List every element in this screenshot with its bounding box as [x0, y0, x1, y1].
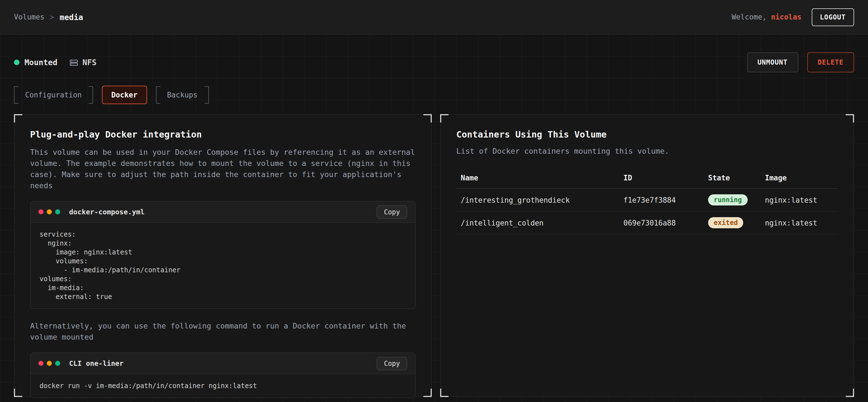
containers-table-header: Name ID State Image: [456, 169, 838, 189]
breadcrumb-current-volume: media: [60, 12, 83, 22]
container-name: /intelligent_colden: [461, 219, 623, 227]
app-viewport: Volumes > media Welcome, nicolas LOGOUT …: [0, 0, 868, 402]
container-state: exited: [708, 217, 765, 228]
column-header-image: Image: [765, 174, 838, 182]
status-badge: exited: [708, 217, 743, 228]
cli-filename: CLI one-liner: [69, 359, 124, 367]
table-row: /intelligent_colden 069e73016a88 exited …: [456, 211, 838, 234]
containers-table: Name ID State Image /interesting_grothen…: [456, 169, 838, 234]
cli-copy-button[interactable]: Copy: [377, 357, 407, 370]
breadcrumb-volumes-link[interactable]: Volumes: [14, 13, 44, 21]
window-dot-green-icon: [55, 361, 60, 366]
main-content: Mounted NFS UNMOUNT DELET: [0, 35, 868, 402]
panel-corner: [846, 114, 854, 123]
cli-code-header: CLI one-liner Copy: [31, 353, 415, 374]
logout-button[interactable]: LOGOUT: [811, 8, 854, 26]
window-dots-icon: [38, 361, 60, 366]
column-header-name: Name: [461, 174, 623, 182]
docker-panel-title: Plug-and-play Docker integration: [30, 129, 415, 140]
unmount-button[interactable]: UNMOUNT: [747, 52, 798, 72]
delete-button[interactable]: DELETE: [807, 52, 854, 72]
window-dots-icon: [38, 209, 60, 214]
topbar: Volumes > media Welcome, nicolas LOGOUT: [0, 0, 868, 35]
compose-code-block: docker-compose.yml Copy services: nginx:…: [30, 201, 415, 309]
cli-code: docker run -v im-media:/path/in/containe…: [39, 381, 406, 390]
status-badge: running: [708, 194, 747, 205]
container-id: 069e73016a88: [623, 219, 708, 227]
column-header-id: ID: [623, 174, 708, 182]
container-image: nginx:latest: [765, 196, 838, 204]
nfs-icon: [70, 58, 78, 67]
compose-code-body: services: nginx: image: nginx:latest vol…: [31, 223, 415, 308]
tab-docker[interactable]: Docker: [102, 86, 147, 104]
container-image: nginx:latest: [765, 219, 838, 227]
panel-corner: [14, 389, 22, 397]
docker-integration-panel: Plug-and-play Docker integration This vo…: [14, 114, 432, 397]
mounted-status: Mounted: [14, 58, 57, 67]
window-dot-green-icon: [55, 209, 60, 214]
tab-backups[interactable]: Backups: [156, 86, 209, 104]
mounted-status-dot-icon: [14, 60, 20, 65]
tab-configuration[interactable]: Configuration: [14, 86, 93, 104]
compose-code: services: nginx: image: nginx:latest vol…: [39, 230, 406, 301]
nfs-label: NFS: [83, 58, 97, 67]
volume-status: Mounted NFS: [14, 58, 97, 67]
panel-corner: [424, 389, 432, 397]
nfs-type: NFS: [70, 58, 97, 67]
container-name: /interesting_grothendieck: [461, 196, 623, 204]
cli-code-block: CLI one-liner Copy docker run -v im-medi…: [30, 353, 415, 398]
window-dot-yellow-icon: [47, 361, 52, 366]
container-state: running: [708, 194, 765, 205]
docker-panel-description: This volume can be used in your Docker C…: [30, 146, 415, 191]
containers-panel-subtitle: List of Docker containers mounting this …: [456, 146, 838, 155]
column-header-state: State: [708, 174, 765, 182]
compose-code-header: docker-compose.yml Copy: [31, 202, 415, 223]
window-dot-yellow-icon: [47, 209, 52, 214]
tab-bar: Configuration Docker Backups: [14, 86, 854, 104]
volume-actions: UNMOUNT DELETE: [747, 52, 854, 72]
container-id: f1e73e7f3884: [623, 196, 708, 204]
status-row: Mounted NFS UNMOUNT DELET: [14, 35, 854, 72]
table-row: /interesting_grothendieck f1e73e7f3884 r…: [456, 189, 838, 211]
panels: Plug-and-play Docker integration This vo…: [14, 114, 854, 397]
panel-corner: [440, 114, 448, 123]
containers-panel: Containers Using This Volume List of Doc…: [440, 114, 854, 397]
panel-corner: [846, 389, 854, 397]
breadcrumb: Volumes > media: [14, 12, 83, 22]
cli-description: Alternatively, you can use the following…: [30, 320, 415, 342]
panel-corner: [424, 114, 432, 123]
containers-panel-title: Containers Using This Volume: [456, 129, 838, 140]
welcome-prefix: Welcome,: [732, 13, 771, 21]
panel-corner: [440, 389, 448, 397]
chevron-right-icon: >: [50, 13, 54, 21]
topbar-right: Welcome, nicolas LOGOUT: [732, 8, 854, 26]
cli-code-body: docker run -v im-media:/path/in/containe…: [31, 374, 415, 398]
mounted-status-label: Mounted: [25, 58, 57, 67]
username: nicolas: [771, 13, 802, 21]
compose-copy-button[interactable]: Copy: [377, 205, 407, 219]
compose-filename: docker-compose.yml: [69, 208, 145, 216]
welcome-text: Welcome, nicolas: [732, 13, 802, 21]
window-dot-red-icon: [38, 209, 43, 214]
panel-corner: [14, 114, 22, 123]
window-dot-red-icon: [38, 361, 43, 366]
